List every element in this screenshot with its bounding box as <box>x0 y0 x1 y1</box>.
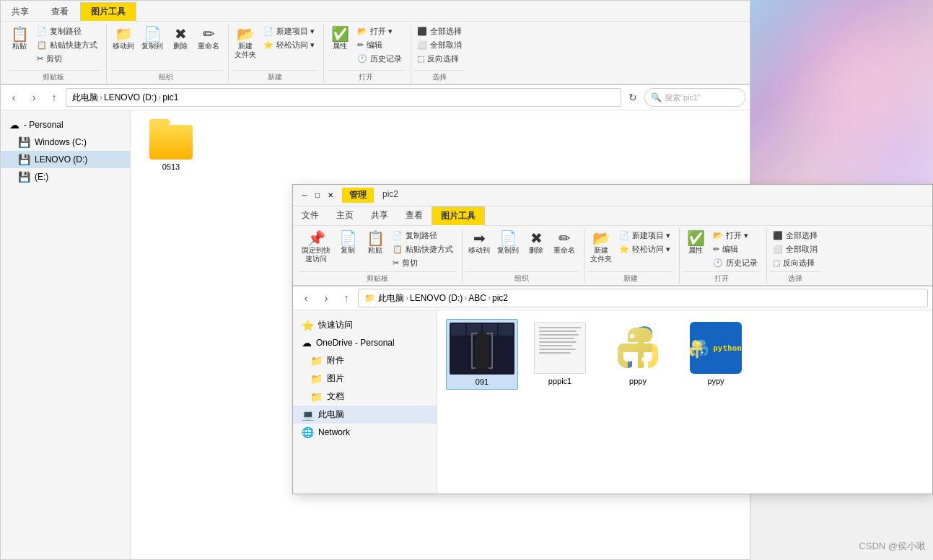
fg-copy-btn[interactable]: 📄 复制 <box>335 229 361 257</box>
onedrive-icon: ☁ <box>302 337 312 349</box>
fg-properties-btn[interactable]: ✅ 属性 <box>683 229 709 257</box>
fg-file-091[interactable]: 091 <box>446 319 518 390</box>
fg-nav-forward[interactable]: › <box>317 289 335 307</box>
fg-ribbon-clipboard: 📌 固定到快速访问 📄 复制 📋 粘贴 📄 复制路径 <box>296 229 463 284</box>
fg-tab-home[interactable]: 主页 <box>328 206 362 225</box>
fg-sidebar-attachments[interactable]: 📁 附件 <box>293 351 437 369</box>
fg-manage-tab[interactable]: 管理 <box>342 188 374 203</box>
folder-attach-icon: 📁 <box>310 355 323 367</box>
path-folder: pic1 <box>162 92 178 102</box>
fg-file-pppic1[interactable]: pppic1 <box>524 319 596 390</box>
fg-close-btn[interactable]: ✕ <box>325 190 336 201</box>
fg-edit-btn[interactable]: ✏ 编辑 <box>710 242 761 256</box>
bg-paste-btn[interactable]: 📋 粘贴 <box>6 25 32 53</box>
svg-point-3 <box>701 351 703 353</box>
bg-nav-back[interactable]: ‹ <box>5 89 22 106</box>
bg-history-btn[interactable]: 🕐 历史记录 <box>354 52 405 66</box>
bg-sidebar-c-drive[interactable]: 💾 Windows (C:) <box>1 134 130 151</box>
bg-sidebar-e-drive[interactable]: 💾 (E:) <box>1 168 130 185</box>
fg-rename-btn[interactable]: ✏ 重命名 <box>551 229 578 257</box>
fg-tab-share[interactable]: 共享 <box>362 206 397 225</box>
fg-delete-btn[interactable]: ✖ 删除 <box>523 229 549 257</box>
fg-sidebar-documents[interactable]: 📁 文档 <box>293 388 437 406</box>
bg-paste-shortcut-btn[interactable]: 📋 粘贴快捷方式 <box>34 38 100 52</box>
path-pc: 此电脑 <box>72 92 98 104</box>
fg-sidebar-this-pc[interactable]: 💻 此电脑 <box>293 406 437 424</box>
bg-copy-path-btn[interactable]: 📄 复制路径 <box>34 25 100 38</box>
fg-move-icon: ➡ <box>473 231 486 245</box>
bg-new-label: 新建 <box>232 70 317 82</box>
fg-ribbon-open: ✅ 属性 📂 打开 ▾ ✏ 编辑 🕐 历史记录 <box>680 229 767 284</box>
bg-address-path[interactable]: 此电脑 › LENOVO (D:) › pic1 <box>66 88 621 107</box>
bg-nav-forward[interactable]: › <box>25 89 43 106</box>
fg-sidebar-network[interactable]: 🌐 Network <box>293 424 437 441</box>
python-icon-pppy <box>612 322 664 374</box>
bg-ribbon-select: ⬛ 全部选择 ⬜ 全部取消 ⬚ 反向选择 选择 <box>411 25 470 82</box>
cloud-icon: ☁ <box>9 119 19 131</box>
fg-address-bar: ‹ › ↑ 📁 此电脑 › LENOVO (D:) › ABC › pic2 <box>293 286 932 310</box>
bg-nav-up[interactable]: ↑ <box>45 89 63 106</box>
fg-window: ─ □ ✕ 管理 pic2 文件 主页 共享 查看 图片工具 📌 固定到快速访问… <box>292 184 933 494</box>
bg-properties-btn[interactable]: ✅ 属性 <box>327 25 353 53</box>
fg-open-btn[interactable]: 📂 打开 ▾ <box>710 229 761 242</box>
bg-copy-btn[interactable]: 📄 复制到 <box>139 25 166 53</box>
bg-delete-btn[interactable]: ✖ 删除 <box>167 25 193 53</box>
bg-ribbon-clipboard: 📋 粘贴 📄 复制路径 📋 粘贴快捷方式 ✂ 剪切 <box>4 25 107 82</box>
fg-cut-btn[interactable]: ✂ 剪切 <box>390 256 456 270</box>
bg-easy-access-btn[interactable]: ⭐ 轻松访问 ▾ <box>260 38 317 52</box>
bg-select-all-btn[interactable]: ⬛ 全部选择 <box>414 25 465 38</box>
fg-paste-shortcut-btn[interactable]: 📋 粘贴快捷方式 <box>390 242 456 256</box>
bg-rename-btn[interactable]: ✏ 重命名 <box>195 25 222 53</box>
fg-nav-back[interactable]: ‹ <box>297 289 315 307</box>
bg-tab-view[interactable]: 查看 <box>40 2 79 21</box>
fg-copy-path-btn[interactable]: 📄 复制路径 <box>390 229 456 242</box>
fg-pin-btn[interactable]: 📌 固定到快速访问 <box>299 229 333 266</box>
bg-clipboard-label: 剪贴板 <box>6 70 100 82</box>
bg-tab-share[interactable]: 共享 <box>1 2 40 21</box>
fg-invert-select-btn[interactable]: ⬚ 反向选择 <box>770 256 820 270</box>
fg-paste-btn[interactable]: 📋 粘贴 <box>362 229 388 257</box>
bg-sidebar-d-drive[interactable]: 💾 LENOVO (D:) <box>1 151 130 168</box>
fg-file-pppy[interactable]: pppy <box>602 319 674 390</box>
bg-ribbon-new: 📂 新建文件夹 📄 新建项目 ▾ ⭐ 轻松访问 ▾ 新建 <box>229 25 324 82</box>
fg-tab-file[interactable]: 文件 <box>293 206 328 225</box>
paste-icon: 📋 <box>11 27 29 41</box>
fg-move-btn[interactable]: ➡ 移动到 <box>465 229 493 257</box>
bg-search-box[interactable]: 🔍 搜索"pic1" <box>644 88 745 107</box>
fg-sidebar-quick-access[interactable]: ⭐ 快速访问 <box>293 316 437 334</box>
fg-deselect-all-btn[interactable]: ⬜ 全部取消 <box>770 242 820 256</box>
fg-tab-picture-tools[interactable]: 图片工具 <box>432 206 485 226</box>
fg-file-pypy[interactable]: python pypy <box>680 319 752 390</box>
fg-copy2-icon: 📄 <box>499 231 517 245</box>
bg-edit-btn[interactable]: ✏ 编辑 <box>354 38 405 52</box>
bg-sidebar-personal[interactable]: ☁ - Personal <box>1 116 130 134</box>
fg-label-091: 091 <box>476 377 489 386</box>
fg-sidebar-pictures[interactable]: 📁 图片 <box>293 369 437 388</box>
fg-copy2-btn[interactable]: 📄 复制到 <box>494 229 522 257</box>
fg-new-folder-btn[interactable]: 📂 新建文件夹 <box>587 229 615 266</box>
fg-path-drive: LENOVO (D:) <box>410 293 463 303</box>
bg-deselect-all-btn[interactable]: ⬜ 全部取消 <box>414 38 465 52</box>
fg-address-path[interactable]: 📁 此电脑 › LENOVO (D:) › ABC › pic2 <box>358 289 928 307</box>
fg-select-all-btn[interactable]: ⬛ 全部选择 <box>770 229 820 242</box>
bg-move-btn[interactable]: 📁 移动到 <box>110 25 137 53</box>
bg-new-folder-btn[interactable]: 📂 新建文件夹 <box>232 25 259 61</box>
fg-maximize-btn[interactable]: □ <box>312 190 323 201</box>
fg-easy-access-btn[interactable]: ⭐ 轻松访问 ▾ <box>616 242 673 256</box>
fg-new-item-btn[interactable]: 📄 新建项目 ▾ <box>616 229 673 242</box>
bg-file-0513[interactable]: 0513 <box>142 122 200 174</box>
fg-tab-view[interactable]: 查看 <box>397 206 432 225</box>
bg-new-item-btn[interactable]: 📄 新建项目 ▾ <box>260 25 317 38</box>
fg-sidebar-onedrive[interactable]: ☁ OneDrive - Personal <box>293 334 437 351</box>
fg-history-btn[interactable]: 🕐 历史记录 <box>710 256 761 270</box>
bg-invert-select-btn[interactable]: ⬚ 反向选择 <box>414 52 465 66</box>
bg-nav-refresh[interactable]: ↻ <box>624 89 641 106</box>
folder-docs-icon: 📁 <box>310 391 323 403</box>
bg-cut-btn[interactable]: ✂ 剪切 <box>34 52 100 66</box>
bg-open-btn[interactable]: 📂 打开 ▾ <box>354 25 405 38</box>
bg-search-placeholder: 搜索"pic1" <box>665 92 701 103</box>
fg-nav-up[interactable]: ↑ <box>338 289 355 307</box>
fg-minimize-btn[interactable]: ─ <box>299 190 310 201</box>
fg-open-label: 打开 <box>683 271 761 284</box>
bg-tab-picture-tools[interactable]: 图片工具 <box>80 2 136 22</box>
